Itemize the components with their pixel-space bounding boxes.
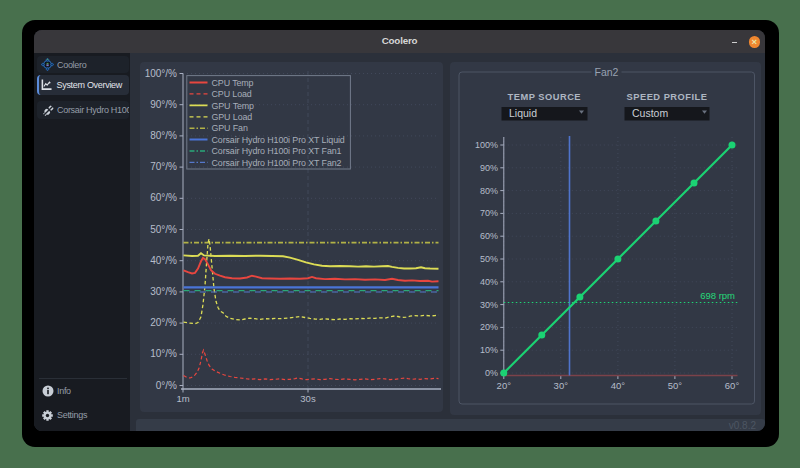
svg-text:50%: 50% <box>479 254 497 264</box>
svg-text:70°/%: 70°/% <box>150 161 177 172</box>
svg-text:50°/%: 50°/% <box>150 224 177 235</box>
svg-text:TEMP SOURCE: TEMP SOURCE <box>507 92 581 102</box>
svg-text:0°/%: 0°/% <box>155 380 176 391</box>
svg-text:30%: 30% <box>479 300 497 310</box>
svg-text:40°: 40° <box>610 380 625 391</box>
svg-text:1m: 1m <box>176 393 189 404</box>
svg-text:GPU Load: GPU Load <box>211 112 252 122</box>
svg-text:CPU Load: CPU Load <box>211 89 251 99</box>
svg-text:60°/%: 60°/% <box>150 192 177 203</box>
svg-text:60%: 60% <box>479 231 497 241</box>
svg-text:30s: 30s <box>300 393 316 404</box>
svg-text:50°: 50° <box>667 380 682 391</box>
svg-text:10%: 10% <box>479 345 497 355</box>
svg-text:0%: 0% <box>484 368 497 378</box>
svg-text:10°/%: 10°/% <box>150 348 177 359</box>
svg-text:80%: 80% <box>479 186 497 196</box>
svg-text:20%: 20% <box>479 322 497 332</box>
svg-text:Custom: Custom <box>632 107 668 119</box>
svg-text:CPU Temp: CPU Temp <box>211 78 253 88</box>
svg-text:70%: 70% <box>479 208 497 218</box>
svg-text:698 rpm: 698 rpm <box>700 290 735 301</box>
svg-text:40°/%: 40°/% <box>150 255 177 266</box>
svg-text:20°: 20° <box>496 380 511 391</box>
svg-text:Fan2: Fan2 <box>594 66 618 78</box>
svg-text:80°/%: 80°/% <box>150 130 177 141</box>
svg-text:Liquid: Liquid <box>509 107 537 119</box>
svg-text:90°/%: 90°/% <box>150 99 177 110</box>
svg-text:GPU Temp: GPU Temp <box>211 101 254 111</box>
svg-text:Corsair Hydro H100i Pro XT Fan: Corsair Hydro H100i Pro XT Fan2 <box>211 158 341 168</box>
svg-text:GPU Fan: GPU Fan <box>211 123 247 133</box>
svg-text:Corsair Hydro H100i Pro XT Fan: Corsair Hydro H100i Pro XT Fan1 <box>211 146 341 156</box>
svg-text:SPEED PROFILE: SPEED PROFILE <box>626 92 707 102</box>
svg-text:100°/%: 100°/% <box>144 68 176 79</box>
svg-text:40%: 40% <box>479 277 497 287</box>
svg-text:90%: 90% <box>479 163 497 173</box>
svg-text:60°: 60° <box>724 380 739 391</box>
svg-text:30°/%: 30°/% <box>150 286 177 297</box>
svg-text:Corsair Hydro H100i Pro XT Liq: Corsair Hydro H100i Pro XT Liquid <box>211 135 344 145</box>
svg-text:30°: 30° <box>553 380 568 391</box>
svg-text:100%: 100% <box>474 140 497 150</box>
svg-text:20°/%: 20°/% <box>150 317 177 328</box>
